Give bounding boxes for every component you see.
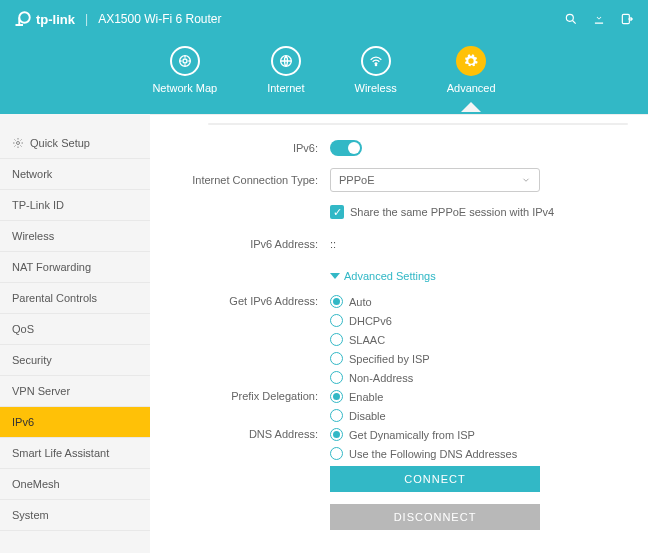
- ipv6-address-value: ::: [330, 238, 336, 250]
- ipv6-toggle[interactable]: [330, 140, 362, 156]
- sidebar-item-vpn[interactable]: VPN Server: [0, 376, 150, 407]
- header-tools: [564, 12, 634, 26]
- conn-type-label: Internet Connection Type:: [160, 174, 330, 186]
- sidebar-item-network[interactable]: Network: [0, 159, 150, 190]
- nav-network-map[interactable]: Network Map: [152, 46, 217, 94]
- sidebar-item-onemesh[interactable]: OneMesh: [0, 469, 150, 500]
- radio-get-addr-nonaddr[interactable]: Non-Address: [330, 371, 628, 384]
- radio-get-addr-isp[interactable]: Specified by ISP: [330, 352, 628, 365]
- prefix-label: Prefix Delegation:: [160, 390, 330, 402]
- nav-internet[interactable]: Internet: [267, 46, 304, 94]
- header: tp-link | AX1500 Wi-Fi 6 Router Network …: [0, 0, 648, 114]
- radio-get-addr-slaac[interactable]: SLAAC: [330, 333, 628, 346]
- sidebar-item-system[interactable]: System: [0, 500, 150, 531]
- svg-point-6: [375, 64, 376, 65]
- nav-advanced[interactable]: Advanced: [447, 46, 496, 94]
- conn-type-select[interactable]: PPPoE: [330, 168, 540, 192]
- sidebar-item-ipv6[interactable]: IPv6: [0, 407, 150, 438]
- main-nav: Network Map Internet Wireless Advanced: [0, 28, 648, 94]
- network-map-icon: [177, 53, 193, 69]
- sidebar-item-security[interactable]: Security: [0, 345, 150, 376]
- svg-point-7: [17, 142, 20, 145]
- sidebar-item-parental[interactable]: Parental Controls: [0, 283, 150, 314]
- radio-prefix-enable[interactable]: Enable: [330, 390, 628, 403]
- connect-button[interactable]: CONNECT: [330, 466, 540, 492]
- wifi-icon: [368, 53, 384, 69]
- sidebar: Quick Setup Network TP-Link ID Wireless …: [0, 114, 150, 553]
- gear-icon: [12, 137, 24, 149]
- radio-prefix-disable[interactable]: Disable: [330, 409, 628, 422]
- ipv6-label: IPv6:: [160, 142, 330, 154]
- tplink-logo-icon: [14, 10, 32, 28]
- sidebar-item-tplink-id[interactable]: TP-Link ID: [0, 190, 150, 221]
- sidebar-item-wireless[interactable]: Wireless: [0, 221, 150, 252]
- advanced-settings-link[interactable]: Advanced Settings: [330, 270, 628, 282]
- radio-dns-dynamic[interactable]: Get Dynamically from ISP: [330, 428, 628, 441]
- svg-point-0: [19, 12, 30, 23]
- sidebar-item-quick-setup[interactable]: Quick Setup: [0, 128, 150, 159]
- get-ipv6-label: Get IPv6 Address:: [160, 295, 330, 307]
- sidebar-item-qos[interactable]: QoS: [0, 314, 150, 345]
- disconnect-button[interactable]: DISCONNECT: [330, 504, 540, 530]
- sidebar-item-nat[interactable]: NAT Forwarding: [0, 252, 150, 283]
- content-panel: IPv6: Internet Connection Type: PPPoE ✓ …: [150, 114, 648, 553]
- dns-label: DNS Address:: [160, 428, 330, 440]
- search-icon[interactable]: [564, 12, 578, 26]
- brand-text: tp-link: [36, 12, 75, 27]
- gear-icon: [463, 53, 479, 69]
- radio-get-addr-dhcpv6[interactable]: DHCPv6: [330, 314, 628, 327]
- radio-get-addr-auto[interactable]: Auto: [330, 295, 628, 308]
- ipv6-address-label: IPv6 Address:: [160, 238, 330, 250]
- download-icon[interactable]: [592, 12, 606, 26]
- svg-point-3: [183, 59, 187, 63]
- nav-wireless[interactable]: Wireless: [355, 46, 397, 94]
- header-divider: |: [85, 12, 88, 26]
- logout-icon[interactable]: [620, 12, 634, 26]
- check-icon: ✓: [330, 205, 344, 219]
- globe-icon: [278, 53, 294, 69]
- product-name: AX1500 Wi-Fi 6 Router: [98, 12, 221, 26]
- chevron-down-icon: [521, 175, 531, 185]
- radio-dns-manual[interactable]: Use the Following DNS Addresses: [330, 447, 628, 460]
- svg-point-1: [566, 14, 573, 21]
- brand-logo: tp-link: [14, 10, 75, 28]
- share-session-checkbox[interactable]: ✓ Share the same PPPoE session with IPv4: [330, 205, 628, 219]
- triangle-down-icon: [330, 273, 340, 279]
- sidebar-item-smart[interactable]: Smart Life Assistant: [0, 438, 150, 469]
